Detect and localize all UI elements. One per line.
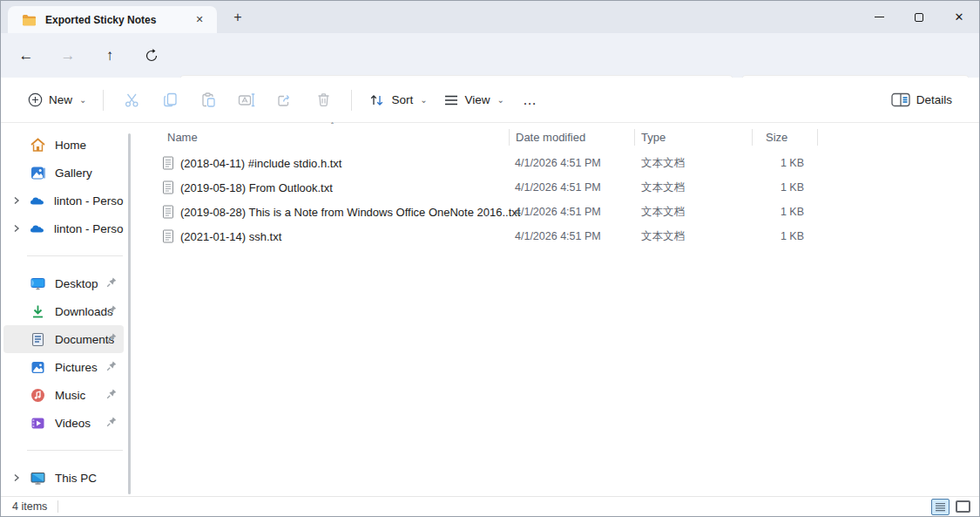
sidebar-divider bbox=[27, 450, 123, 451]
file-date-modified: 4/1/2026 4:51 PM bbox=[515, 200, 601, 224]
navigation-sidebar: Home Gallery linton - Per bbox=[1, 123, 145, 496]
more-options-button[interactable]: … bbox=[512, 85, 548, 116]
sidebar-item-onedrive-1[interactable]: linton - Persona bbox=[3, 187, 124, 214]
delete-icon bbox=[314, 91, 333, 109]
sidebar-item-label: This PC bbox=[55, 472, 97, 485]
column-resize-handle[interactable] bbox=[634, 129, 635, 146]
thumbnail-view-toggle[interactable] bbox=[956, 500, 970, 513]
refresh-icon bbox=[145, 49, 159, 63]
expand-chevron-icon[interactable] bbox=[3, 223, 29, 234]
rename-icon bbox=[237, 91, 256, 109]
sidebar-item-desktop[interactable]: Desktop bbox=[3, 269, 124, 297]
sort-icon bbox=[368, 92, 385, 108]
column-resize-handle[interactable] bbox=[817, 129, 818, 146]
details-view-toggle[interactable] bbox=[931, 499, 950, 515]
paste-button[interactable] bbox=[191, 85, 226, 116]
file-type: 文本文档 bbox=[641, 200, 685, 224]
chevron-down-icon: ⌄ bbox=[497, 95, 504, 105]
pin-icon bbox=[105, 276, 118, 289]
sidebar-item-music[interactable]: Music bbox=[3, 381, 124, 409]
file-row[interactable]: (2019-05-18) From Outlook.txt 4/1/2026 4… bbox=[145, 175, 979, 200]
share-button[interactable] bbox=[267, 85, 302, 116]
details-pane-icon bbox=[891, 92, 910, 107]
sort-label: Sort bbox=[391, 93, 413, 106]
details-view-icon bbox=[935, 502, 946, 512]
tab-close-button[interactable]: ✕ bbox=[191, 11, 208, 29]
file-type: 文本文档 bbox=[641, 175, 685, 200]
delete-button[interactable] bbox=[306, 85, 341, 116]
status-divider bbox=[57, 500, 58, 513]
status-bar: 4 items bbox=[1, 496, 979, 516]
sidebar-item-label: Pictures bbox=[55, 361, 98, 374]
expand-chevron-icon[interactable] bbox=[3, 473, 30, 483]
gallery-icon bbox=[30, 165, 46, 181]
file-row[interactable]: (2019-08-28) This is a Note from Windows… bbox=[145, 200, 979, 224]
window-controls: ✕ bbox=[859, 1, 979, 33]
sidebar-item-label: Desktop bbox=[55, 277, 98, 290]
file-name: (2019-05-18) From Outlook.txt bbox=[180, 181, 333, 194]
sidebar-item-onedrive-2[interactable]: linton - Persona bbox=[3, 214, 124, 242]
sidebar-item-pictures[interactable]: Pictures bbox=[3, 353, 124, 381]
tab-title: Exported Sticky Notes bbox=[45, 14, 191, 26]
toolbar-divider bbox=[351, 90, 352, 111]
expand-chevron-icon[interactable] bbox=[3, 195, 29, 206]
view-button[interactable]: View ⌄ bbox=[436, 85, 512, 116]
up-button[interactable]: ↑ bbox=[98, 44, 122, 68]
pin-icon bbox=[105, 360, 118, 372]
pin-icon bbox=[105, 416, 118, 428]
sidebar-scrollbar[interactable] bbox=[128, 133, 131, 494]
sort-button[interactable]: Sort ⌄ bbox=[361, 85, 435, 116]
column-resize-handle[interactable] bbox=[752, 129, 753, 146]
chevron-down-icon: ⌄ bbox=[420, 95, 427, 105]
sidebar-item-videos[interactable]: Videos bbox=[3, 409, 124, 437]
sort-ascending-icon: ˆ bbox=[331, 121, 334, 130]
back-button[interactable]: ← bbox=[14, 44, 38, 68]
sidebar-item-this-pc[interactable]: This PC bbox=[3, 464, 124, 492]
view-toggles bbox=[931, 499, 970, 515]
sidebar-item-label: Music bbox=[55, 389, 85, 402]
sidebar-item-gallery[interactable]: Gallery bbox=[3, 159, 124, 187]
new-label: New bbox=[49, 93, 72, 106]
copy-button[interactable] bbox=[152, 85, 187, 116]
maximize-button[interactable] bbox=[899, 1, 939, 33]
file-size: 1 KB bbox=[752, 200, 804, 224]
pin-icon bbox=[105, 304, 118, 316]
view-label: View bbox=[465, 93, 490, 106]
forward-button[interactable]: → bbox=[56, 44, 80, 68]
file-row[interactable]: (2021-01-14) ssh.txt 4/1/2026 4:51 PM 文本… bbox=[145, 224, 979, 248]
file-size: 1 KB bbox=[752, 175, 804, 200]
file-type: 文本文档 bbox=[641, 151, 685, 175]
rename-button[interactable] bbox=[229, 85, 264, 116]
file-row[interactable]: (2018-04-11) #include stdio.h.txt 4/1/20… bbox=[145, 151, 979, 175]
documents-icon bbox=[30, 331, 46, 348]
column-header-row: ˆ Name Date modified Type Size bbox=[145, 123, 979, 151]
new-tab-button[interactable]: + bbox=[227, 8, 248, 27]
column-header-size[interactable]: Size bbox=[766, 131, 787, 144]
column-resize-handle[interactable] bbox=[509, 129, 510, 146]
text-file-icon bbox=[162, 229, 174, 243]
sidebar-item-label: Home bbox=[55, 139, 86, 152]
sidebar-item-documents[interactable]: Documents bbox=[3, 325, 124, 353]
new-plus-icon bbox=[28, 92, 43, 107]
sidebar-item-label: Gallery bbox=[55, 167, 92, 180]
refresh-button[interactable] bbox=[139, 44, 164, 68]
close-button[interactable]: ✕ bbox=[939, 1, 979, 33]
item-count: 4 items bbox=[12, 500, 47, 513]
this-pc-icon bbox=[30, 470, 46, 486]
new-button[interactable]: New ⌄ bbox=[20, 85, 94, 116]
sidebar-item-home[interactable]: Home bbox=[3, 131, 124, 159]
column-header-date-modified[interactable]: Date modified bbox=[516, 131, 585, 144]
explorer-tab[interactable]: Exported Sticky Notes ✕ bbox=[8, 6, 217, 33]
toolbar-divider bbox=[103, 90, 104, 111]
column-header-name[interactable]: Name bbox=[167, 131, 198, 144]
sidebar-item-label: linton - Persona bbox=[54, 194, 124, 207]
maximize-icon bbox=[915, 13, 923, 22]
minimize-button[interactable] bbox=[859, 1, 899, 33]
sidebar-divider bbox=[27, 255, 123, 256]
details-pane-button[interactable]: Details bbox=[883, 85, 960, 116]
content-area: Home Gallery linton - Per bbox=[1, 123, 979, 496]
column-header-type[interactable]: Type bbox=[641, 131, 666, 144]
sidebar-item-downloads[interactable]: Downloads bbox=[3, 297, 124, 325]
cut-button[interactable] bbox=[114, 85, 149, 116]
file-date-modified: 4/1/2026 4:51 PM bbox=[515, 151, 601, 175]
